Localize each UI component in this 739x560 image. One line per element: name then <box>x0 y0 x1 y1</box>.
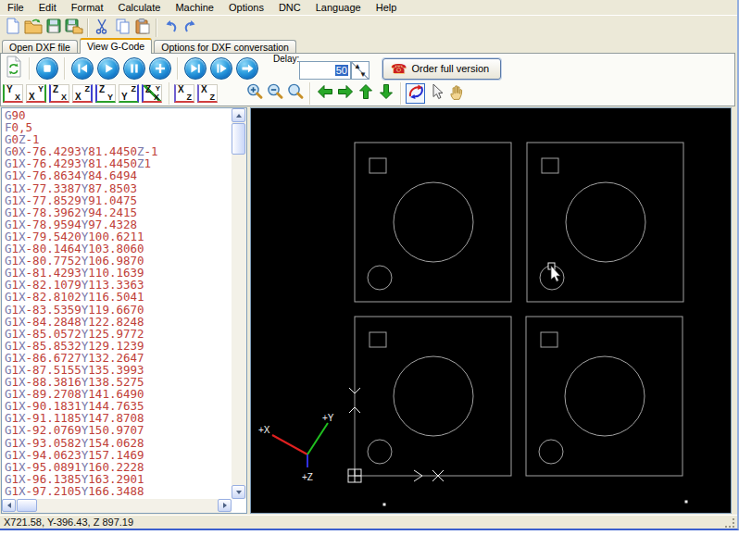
horizontal-scroll-thumb[interactable] <box>17 499 37 512</box>
vertical-scroll-thumb[interactable] <box>232 123 245 155</box>
gcode-listing[interactable]: G90F0,5G0Z-1G0X-76.4293Y81.4450Z-1G1X-76… <box>5 109 231 498</box>
new-icon <box>5 18 21 38</box>
menu-item-language[interactable]: Language <box>308 0 369 16</box>
redo-button[interactable] <box>181 18 201 38</box>
undo-button[interactable] <box>160 18 181 38</box>
axis-label: +Z <box>302 472 313 482</box>
scroll-up-button[interactable] <box>232 108 245 122</box>
view-yx-button[interactable]: YX <box>3 84 23 103</box>
pan-left-button[interactable] <box>315 83 334 104</box>
zoom-icon <box>286 82 305 105</box>
open-file-button[interactable] <box>23 18 44 38</box>
view-xz-button[interactable]: XZ <box>72 84 93 103</box>
menu-item-calculate[interactable]: Calculate <box>111 0 169 16</box>
tab-view-g-code[interactable]: View G-Code <box>80 38 152 54</box>
pan-down-button[interactable] <box>376 83 395 104</box>
delay-spinner[interactable]: ▲▼ <box>351 61 370 80</box>
spinner-down-icon[interactable]: ▼ <box>359 70 367 79</box>
view-xy-button[interactable]: XY <box>26 84 46 103</box>
pan-up-button[interactable] <box>356 83 375 104</box>
axis-letter-secondary: X <box>61 93 67 102</box>
gcode-panel: G90F0,5G0Z-1G0X-76.4293Y81.4450Z-1G1X-76… <box>1 107 247 514</box>
paste-button[interactable] <box>132 18 153 38</box>
menu-item-file[interactable]: File <box>0 0 31 16</box>
rotate-view-button[interactable] <box>406 83 425 104</box>
menu-item-edit[interactable]: Edit <box>31 0 64 16</box>
speed-plus-button[interactable] <box>149 57 171 80</box>
view-zy-button[interactable]: ZY <box>95 84 116 103</box>
main-toolbar <box>0 17 201 39</box>
toolbar-separator <box>87 19 89 37</box>
save-button[interactable] <box>44 18 64 38</box>
cut-button[interactable] <box>92 18 112 38</box>
order-full-version-button[interactable]: ☎Order full version <box>382 58 501 80</box>
save-icon <box>45 18 62 38</box>
screen: FileEditFormatCalculateMachineOptionsDNC… <box>0 0 739 560</box>
view-xz2-button[interactable]: XZ <box>174 84 194 103</box>
resize-grip[interactable] <box>724 517 735 529</box>
scroll-left-button[interactable] <box>2 499 16 512</box>
spinner-up-icon[interactable]: ▲ <box>354 62 361 70</box>
path-direction-markers <box>348 388 687 505</box>
tab-open-dxf-file[interactable]: Open DXF file <box>2 40 78 54</box>
undo-icon <box>162 18 179 38</box>
zoom-in-button[interactable] <box>244 83 264 104</box>
scroll-right-button[interactable] <box>218 499 232 512</box>
view-toolbar: YXXYZXXZZYYZZXYXZXZ <box>3 82 467 105</box>
axis-letter-primary: X <box>75 92 81 102</box>
axis-letter-extra: Y <box>156 84 160 93</box>
menu-item-machine[interactable]: Machine <box>168 0 221 16</box>
delay-input[interactable]: 50 <box>299 61 351 80</box>
select-cursor-button[interactable] <box>426 83 445 104</box>
delay-value: 50 <box>335 65 348 76</box>
tab-bar: Open DXF fileView G-CodeOptions for DXF … <box>0 39 298 54</box>
scroll-down-button[interactable] <box>232 485 245 499</box>
cut-icon <box>94 18 110 38</box>
save-as-button[interactable] <box>64 18 84 38</box>
delay-label: Delay: <box>273 54 299 64</box>
toolbar-separator <box>156 19 157 37</box>
pan-hand-button[interactable] <box>446 83 466 104</box>
view-separator <box>169 82 170 105</box>
axis-line <box>272 435 307 454</box>
open-icon <box>24 18 43 38</box>
menu-item-options[interactable]: Options <box>221 0 271 16</box>
part-outline <box>527 143 683 302</box>
gcode-horizontal-scrollbar[interactable] <box>2 499 232 513</box>
copy-button[interactable] <box>112 18 132 38</box>
gcode-vertical-scrollbar[interactable] <box>232 108 246 499</box>
menu-item-format[interactable]: Format <box>64 0 111 16</box>
view-yz-button[interactable]: YZ <box>119 84 139 103</box>
view-iso-button[interactable]: ZXY <box>142 84 162 103</box>
forward-button[interactable] <box>236 57 258 80</box>
cursor-icon <box>427 82 445 105</box>
pan-right-button[interactable] <box>335 83 355 104</box>
axis-letter-primary: Y <box>6 84 13 94</box>
machine-coordinates: X721.58, Y-396.43, Z 897.19 <box>4 516 133 528</box>
view-xz3-button[interactable]: XZ <box>197 84 218 103</box>
redo-icon <box>182 18 199 38</box>
zoom-out-button[interactable] <box>265 83 284 104</box>
tab-options-for-dxf-conversation[interactable]: Options for DXF conversation <box>154 40 296 54</box>
convert-gcode-button[interactable] <box>5 57 23 80</box>
step-button[interactable] <box>210 57 232 80</box>
new-file-button[interactable] <box>3 18 23 38</box>
menu-item-help[interactable]: Help <box>369 0 405 16</box>
convert-icon <box>6 56 22 81</box>
zoom-button[interactable] <box>285 83 305 104</box>
axis-letter-secondary: Z <box>85 84 91 93</box>
view-zx-button[interactable]: ZX <box>49 84 69 103</box>
rewind-button[interactable] <box>71 57 94 80</box>
toolpath-viewport[interactable]: +X+Y+Z <box>250 107 732 514</box>
stop-button[interactable] <box>36 57 58 80</box>
menu-item-dnc[interactable]: DNC <box>271 0 308 16</box>
play-button[interactable] <box>97 57 119 80</box>
part-outline <box>355 317 511 476</box>
toolpath-canvas: +X+Y+Z <box>251 108 731 513</box>
skip-to-end-button[interactable] <box>184 57 207 80</box>
pause-button[interactable] <box>123 57 145 80</box>
delay-control: Delay:50▲▼ <box>273 56 371 81</box>
axis-letter-primary: X <box>178 84 184 94</box>
axis-letter-primary: Z <box>145 84 151 94</box>
part-outline <box>526 317 683 476</box>
